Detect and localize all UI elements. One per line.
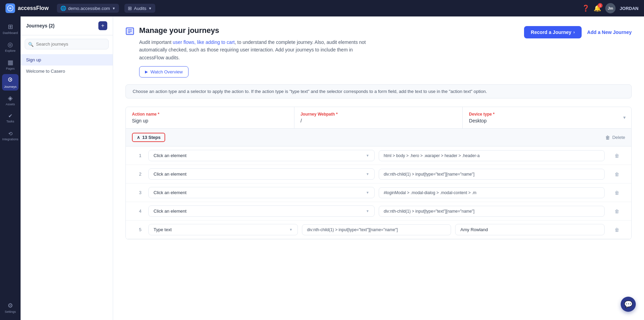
- sidebar-item-settings[interactable]: ⚙ Settings: [2, 299, 19, 316]
- sidebar-item-integrations[interactable]: ⟲ Integrations: [2, 128, 19, 144]
- trash-icon: 🗑: [605, 135, 610, 140]
- step-delete-icon[interactable]: 🗑: [609, 227, 625, 233]
- device-type-label: Device type *: [469, 112, 495, 117]
- page-header: Manage your journeys Audit important use…: [125, 26, 632, 78]
- table-row: 1 Click an element ▼ html > body > .hero…: [126, 146, 631, 165]
- plus-icon: +: [101, 23, 104, 29]
- step-chevron-icon: ▼: [366, 191, 369, 194]
- detail-col-action-name: Action name * Sign up: [126, 107, 294, 128]
- step-selector: div:nth-child(1) > input[type="text"][na…: [379, 169, 605, 180]
- table-row: 2 Click an element ▼ div:nth-child(1) > …: [126, 165, 631, 183]
- nav-bottom: ⚙ Settings: [2, 299, 19, 316]
- sidebar-item-pages[interactable]: ▦ Pages: [2, 56, 19, 73]
- journeys-icon: [7, 76, 13, 84]
- journey-item-welcome[interactable]: Welcome to Casero: [21, 66, 113, 77]
- domain-text: demo.accessibe.com: [68, 6, 110, 11]
- page-desc: Audit important user flows, like adding …: [139, 38, 379, 61]
- record-journey-button[interactable]: Record a Journey ›: [524, 26, 582, 38]
- step-text-value: Amy Rowland: [455, 224, 605, 235]
- chat-bubble-button[interactable]: 💬: [621, 297, 636, 312]
- domain-selector[interactable]: 🌐 demo.accessibe.com ▼: [57, 4, 119, 13]
- step-selector: div:nth-child(1) > input[type="text"][na…: [302, 224, 451, 235]
- step-action-text: Type text: [154, 227, 172, 232]
- device-type-chevron-icon: ▼: [622, 115, 627, 120]
- search-icon: 🔍: [28, 42, 34, 47]
- step-delete-icon[interactable]: 🗑: [609, 153, 625, 158]
- step-chevron-icon: ▼: [289, 228, 293, 232]
- step-delete-icon[interactable]: 🗑: [609, 209, 625, 214]
- step-delete-icon[interactable]: 🗑: [609, 171, 625, 177]
- play-icon: ▶: [145, 70, 148, 74]
- add-new-journey-link[interactable]: Add a New Journey: [587, 29, 632, 35]
- search-input[interactable]: [25, 39, 109, 49]
- sidebar-item-explore[interactable]: ◎ Explore: [2, 38, 19, 55]
- step-selector: html > body > .hero > .waraper > header …: [379, 150, 605, 161]
- help-button[interactable]: ❓: [582, 4, 590, 12]
- tasks-icon: ✔: [8, 113, 13, 119]
- detail-col-webpath: Journey Webpath * /: [294, 107, 463, 128]
- page-header-left: Manage your journeys Audit important use…: [125, 26, 379, 78]
- watch-overview-button[interactable]: ▶ Watch Overview: [139, 66, 189, 78]
- audits-label: Audits: [134, 6, 146, 11]
- detail-col-device: Device type * Desktop ▼: [463, 107, 631, 128]
- step-action-text: Click an element: [154, 190, 186, 195]
- journeys-panel: Journeys (2) + 🔍 Sign up Welcome to Case…: [21, 16, 113, 320]
- delete-button[interactable]: 🗑 Delete: [605, 135, 625, 140]
- audits-chevron-icon: ▼: [148, 7, 152, 10]
- settings-icon: ⚙: [8, 302, 13, 309]
- steps-count-badge: ∧ 13 Steps: [132, 133, 165, 142]
- logo[interactable]: accessFlow: [5, 3, 49, 13]
- sidebar-item-journeys[interactable]: Journeys: [2, 74, 19, 91]
- top-nav: accessFlow 🌐 demo.accessibe.com ▼ ⊞ Audi…: [0, 0, 644, 16]
- help-icon: ❓: [582, 5, 590, 12]
- user-name[interactable]: JORDAN: [620, 6, 639, 11]
- step-delete-icon[interactable]: 🗑: [609, 190, 625, 195]
- notification-badge: 1: [598, 3, 603, 8]
- page-title: Manage your journeys: [139, 26, 379, 35]
- step-chevron-icon: ▼: [366, 172, 369, 176]
- info-bar: Choose an action type and a selector to …: [125, 84, 632, 98]
- integrations-icon: ⟲: [8, 131, 13, 137]
- step-number: 2: [132, 171, 148, 177]
- svg-point-1: [10, 79, 11, 80]
- action-name-label: Action name *: [132, 112, 288, 117]
- step-action-select[interactable]: Click an element ▼: [148, 168, 375, 180]
- step-action-text: Click an element: [154, 153, 186, 158]
- webpath-value: /: [301, 118, 457, 123]
- step-action-select[interactable]: Click an element ▼: [148, 187, 375, 198]
- audits-selector[interactable]: ⊞ Audits ▼: [124, 4, 155, 13]
- explore-icon: ◎: [8, 41, 13, 48]
- domain-chevron-icon: ▼: [112, 7, 116, 10]
- sidebar-item-assets[interactable]: ◈ Assets: [2, 92, 19, 108]
- add-journey-button[interactable]: +: [98, 21, 107, 30]
- journey-detail: Action name * Sign up Journey Webpath * …: [125, 107, 632, 239]
- pages-icon: ▦: [8, 59, 13, 66]
- device-type-value: Desktop: [469, 118, 495, 123]
- table-row: 4 Click an element ▼ div:nth-child(1) > …: [126, 202, 631, 221]
- assets-icon: ◈: [8, 94, 13, 102]
- step-chevron-icon: ▼: [366, 209, 369, 213]
- page-header-right: Record a Journey › Add a New Journey: [524, 26, 632, 38]
- journey-item-signup[interactable]: Sign up: [21, 54, 113, 66]
- step-selector: div:nth-child(1) > input[type="text"][na…: [379, 206, 605, 217]
- icon-nav: ⊞ Dashboard ◎ Explore ▦ Pages Journeys ◈…: [0, 16, 21, 320]
- step-action-select[interactable]: Click an element ▼: [148, 150, 375, 161]
- sidebar-item-dashboard[interactable]: ⊞ Dashboard: [2, 21, 19, 37]
- step-number: 1: [132, 153, 148, 158]
- step-action-select[interactable]: Click an element ▼: [148, 205, 375, 217]
- journey-list: Sign up Welcome to Casero: [21, 53, 113, 78]
- chat-icon: 💬: [624, 300, 633, 308]
- step-action-select[interactable]: Type text ▼: [148, 224, 298, 235]
- step-action-text: Click an element: [154, 171, 186, 177]
- notifications-button[interactable]: 🔔 1: [594, 4, 601, 12]
- action-name-value: Sign up: [132, 118, 288, 123]
- steps-section: ∧ 13 Steps 🗑 Delete 1 Click an element ▼: [125, 129, 632, 239]
- table-row: 5 Type text ▼ div:nth-child(1) > input[t…: [126, 221, 631, 239]
- globe-icon: 🌐: [60, 5, 66, 11]
- sidebar-item-tasks[interactable]: ✔ Tasks: [2, 110, 19, 126]
- page-header-text: Manage your journeys Audit important use…: [139, 26, 379, 78]
- avatar[interactable]: Jm: [605, 3, 616, 13]
- table-row: 3 Click an element ▼ #loginModal > .moda…: [126, 183, 631, 202]
- steps-header[interactable]: ∧ 13 Steps 🗑 Delete: [126, 129, 631, 146]
- search-box: 🔍: [25, 39, 109, 49]
